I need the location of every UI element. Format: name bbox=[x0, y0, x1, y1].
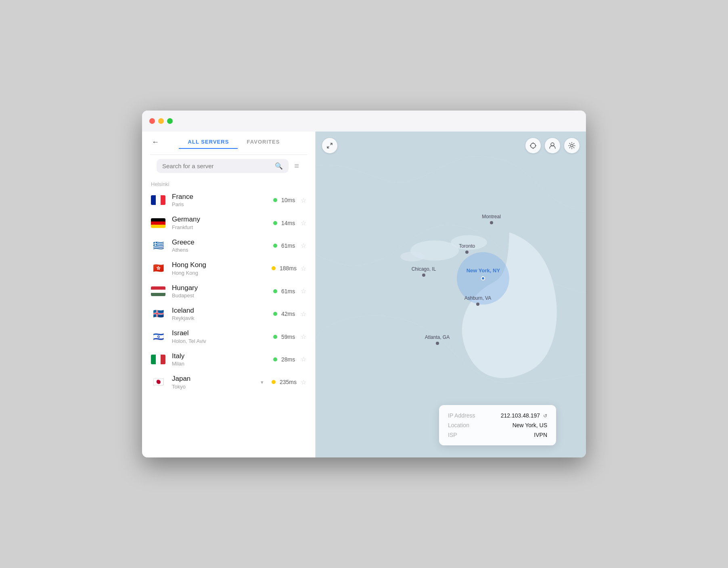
server-info-france: France Paris bbox=[172, 193, 273, 207]
settings-button[interactable] bbox=[564, 138, 579, 153]
latency-dot-germany bbox=[273, 221, 277, 225]
content-area: ← ALL SERVERS FAVORITES 🔍 ≡ Helsinki bbox=[142, 132, 586, 457]
search-row: 🔍 ≡ bbox=[150, 159, 307, 179]
flag-israel: 🇮🇱 bbox=[151, 332, 165, 342]
server-info-iceland: Iceland Reykjavik bbox=[172, 307, 273, 321]
latency-dot-japan bbox=[272, 380, 276, 384]
city-chicago: Chicago, IL bbox=[422, 274, 425, 277]
flag-greece: 🇬🇷 bbox=[151, 241, 165, 251]
flag-japan: 🇯🇵 bbox=[151, 377, 165, 387]
latency-italy: 28ms bbox=[281, 356, 297, 363]
expand-button-japan[interactable]: ▾ bbox=[259, 379, 265, 385]
server-meta-germany: 14ms ☆ bbox=[273, 219, 306, 227]
server-meta-france: 10ms ☆ bbox=[273, 196, 306, 204]
latency-france: 10ms bbox=[281, 197, 297, 203]
favorite-israel[interactable]: ☆ bbox=[301, 333, 306, 340]
latency-dot-israel bbox=[273, 335, 277, 339]
main-window: ← ALL SERVERS FAVORITES 🔍 ≡ Helsinki bbox=[142, 111, 586, 457]
server-city-germany: Frankfurt bbox=[172, 224, 273, 230]
search-input[interactable] bbox=[162, 163, 272, 169]
latency-japan: 235ms bbox=[280, 379, 297, 385]
city-dot-chicago bbox=[422, 274, 425, 277]
flag-france bbox=[151, 195, 165, 205]
latency-iceland: 42ms bbox=[281, 311, 297, 317]
latency-hungary: 61ms bbox=[281, 288, 297, 294]
server-city-hongkong: Hong Kong bbox=[172, 270, 272, 276]
server-city-hungary: Budapest bbox=[172, 292, 273, 299]
city-ashburn: Ashburn, VA bbox=[476, 303, 479, 306]
city-label-toronto: Toronto bbox=[459, 243, 475, 249]
server-item-hongkong[interactable]: 🇭🇰 Hong Kong Hong Kong 188ms ☆ bbox=[142, 257, 315, 280]
flag-hungary bbox=[151, 286, 165, 296]
latency-dot-hongkong bbox=[272, 266, 276, 270]
city-newyork: New York, NY bbox=[481, 276, 485, 280]
flag-hongkong: 🇭🇰 bbox=[151, 263, 165, 273]
server-item-israel[interactable]: 🇮🇱 Israel Holon, Tel Aviv 59ms ☆ bbox=[142, 325, 315, 348]
refresh-ip-icon[interactable]: ↺ bbox=[543, 413, 547, 419]
close-button[interactable] bbox=[149, 118, 155, 124]
server-city-israel: Holon, Tel Aviv bbox=[172, 338, 273, 344]
server-item-france[interactable]: France Paris 10ms ☆ bbox=[142, 189, 315, 211]
server-item-iceland[interactable]: 🇮🇸 Iceland Reykjavik 42ms ☆ bbox=[142, 303, 315, 325]
isp-label: ISP bbox=[448, 432, 480, 438]
crosshair-button[interactable] bbox=[525, 138, 541, 153]
server-meta-italy: 28ms ☆ bbox=[273, 355, 306, 363]
server-item-italy[interactable]: Italy Milan 28ms ☆ bbox=[142, 348, 315, 371]
city-label-ashburn: Ashburn, VA bbox=[464, 295, 491, 301]
sidebar: ← ALL SERVERS FAVORITES 🔍 ≡ Helsinki bbox=[142, 132, 316, 457]
minimize-button[interactable] bbox=[158, 118, 164, 124]
server-name-germany: Germany bbox=[172, 215, 273, 223]
server-info-greece: Greece Athens bbox=[172, 238, 273, 253]
server-name-france: France bbox=[172, 193, 273, 201]
city-montreal: Montreal bbox=[490, 221, 493, 224]
filter-icon[interactable]: ≡ bbox=[293, 160, 301, 172]
server-meta-israel: 59ms ☆ bbox=[273, 333, 306, 340]
tab-all-servers[interactable]: ALL SERVERS bbox=[179, 136, 238, 149]
map-panel: Montreal Toronto Chicago, IL New York, N… bbox=[316, 132, 586, 457]
city-dot-ashburn bbox=[476, 303, 479, 306]
favorite-germany[interactable]: ☆ bbox=[301, 219, 306, 227]
ip-value: 212.103.48.197 ↺ bbox=[501, 412, 547, 419]
tab-favorites[interactable]: FAVORITES bbox=[238, 136, 289, 149]
favorite-hungary[interactable]: ☆ bbox=[301, 287, 306, 295]
server-info-germany: Germany Frankfurt bbox=[172, 215, 273, 230]
server-list: Helsinki France Paris 10ms ☆ bbox=[142, 179, 315, 457]
city-label-montreal: Montreal bbox=[482, 214, 501, 219]
ip-label: IP Address bbox=[448, 412, 480, 419]
latency-israel: 59ms bbox=[281, 334, 297, 340]
server-item-germany[interactable]: Germany Frankfurt 14ms ☆ bbox=[142, 211, 315, 234]
latency-dot-iceland bbox=[273, 312, 277, 316]
server-item-greece[interactable]: 🇬🇷 Greece Athens 61ms ☆ bbox=[142, 234, 315, 257]
location-label: Location bbox=[448, 422, 480, 428]
server-info-hongkong: Hong Kong Hong Kong bbox=[172, 261, 272, 276]
server-info-italy: Italy Milan bbox=[172, 352, 273, 367]
city-atlanta: Atlanta, GA bbox=[436, 342, 439, 345]
latency-dot-france bbox=[273, 198, 277, 202]
favorite-japan[interactable]: ☆ bbox=[301, 378, 306, 386]
map-toolbar bbox=[525, 138, 579, 153]
gear-icon bbox=[568, 142, 575, 149]
favorite-france[interactable]: ☆ bbox=[301, 196, 306, 204]
favorite-iceland[interactable]: ☆ bbox=[301, 310, 306, 318]
flag-iceland: 🇮🇸 bbox=[151, 309, 165, 319]
server-city-japan: Tokyo bbox=[172, 384, 259, 390]
fullscreen-button[interactable] bbox=[167, 118, 173, 124]
svg-point-3 bbox=[400, 252, 425, 261]
server-name-israel: Israel bbox=[172, 329, 273, 337]
latency-greece: 61ms bbox=[281, 242, 297, 249]
server-item-japan[interactable]: 🇯🇵 Japan Tokyo ▾ 235ms ☆ bbox=[142, 371, 315, 393]
server-item-hungary[interactable]: Hungary Budapest 61ms ☆ bbox=[142, 280, 315, 303]
server-meta-hungary: 61ms ☆ bbox=[273, 287, 306, 295]
sidebar-header: ← ALL SERVERS FAVORITES 🔍 ≡ bbox=[142, 132, 315, 179]
server-name-iceland: Iceland bbox=[172, 307, 273, 315]
compress-button[interactable] bbox=[322, 138, 337, 153]
favorite-italy[interactable]: ☆ bbox=[301, 355, 306, 363]
info-panel: IP Address 212.103.48.197 ↺ Location New… bbox=[439, 405, 556, 445]
server-name-greece: Greece bbox=[172, 238, 273, 246]
crosshair-icon bbox=[529, 142, 537, 149]
back-button[interactable]: ← bbox=[150, 136, 161, 148]
favorite-greece[interactable]: ☆ bbox=[301, 242, 306, 249]
account-button[interactable] bbox=[545, 138, 560, 153]
favorite-hongkong[interactable]: ☆ bbox=[301, 265, 306, 272]
server-city-italy: Milan bbox=[172, 361, 273, 367]
